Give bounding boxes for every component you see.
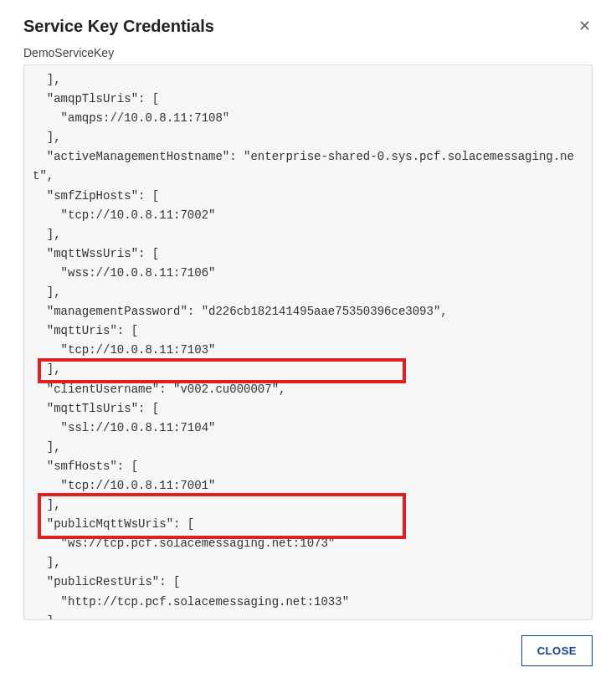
modal-header: Service Key Credentials ✕ <box>23 17 593 36</box>
highlight-public-mqtt-ws-uris <box>38 493 406 539</box>
close-button[interactable]: CLOSE <box>521 635 593 666</box>
close-icon[interactable]: ✕ <box>577 17 593 35</box>
modal-footer: CLOSE <box>23 620 593 666</box>
highlight-client-username <box>38 358 406 383</box>
credentials-json-content: ], "amqpTlsUris": [ "amqps://10.0.8.11:7… <box>33 70 583 620</box>
modal-title: Service Key Credentials <box>23 17 214 36</box>
credentials-json-container[interactable]: ], "amqpTlsUris": [ "amqps://10.0.8.11:7… <box>23 64 593 620</box>
service-key-credentials-modal: Service Key Credentials ✕ DemoServiceKey… <box>0 0 616 683</box>
service-key-name: DemoServiceKey <box>23 46 593 59</box>
